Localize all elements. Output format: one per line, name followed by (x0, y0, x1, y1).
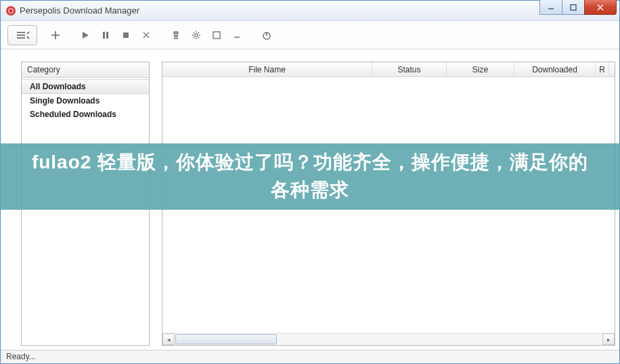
scroll-left-button[interactable]: ◂ (162, 334, 175, 345)
cancel-button[interactable] (136, 25, 156, 45)
stop-button[interactable] (116, 25, 136, 45)
promo-overlay: fulao2 轻量版，你体验过了吗？功能齐全，操作便捷，满足你的各种需求 (0, 143, 620, 210)
sidebar-item-0[interactable]: All Downloads (22, 79, 149, 94)
play-icon (81, 30, 90, 40)
power-icon (261, 30, 272, 41)
svg-rect-1 (103, 32, 105, 39)
svg-rect-2 (106, 32, 108, 39)
pause-button[interactable] (95, 25, 116, 45)
svg-rect-0 (571, 5, 576, 10)
window-title: Persepolis Download Manager (20, 5, 540, 16)
scroll-right-button[interactable]: ▸ (602, 334, 615, 345)
column-header-1[interactable]: Status (372, 62, 447, 76)
sidebar-item-1[interactable]: Single Downloads (22, 94, 149, 108)
close-icon (596, 3, 605, 12)
dash-icon (232, 30, 242, 40)
toolbar (1, 21, 619, 49)
trash-icon (171, 30, 181, 40)
maximize-icon (569, 3, 577, 12)
sidebar-header: Category (22, 62, 149, 78)
horizontal-scrollbar[interactable]: ◂ ▸ (162, 333, 615, 345)
title-bar[interactable]: Persepolis Download Manager (1, 1, 619, 21)
minimize-icon (547, 3, 555, 12)
column-header-3[interactable]: Downloaded (514, 62, 596, 76)
status-text: Ready... (6, 352, 36, 361)
window-buttons (540, 1, 619, 20)
app-icon (6, 6, 16, 16)
status-bar: Ready... (1, 350, 619, 363)
sidebar-item-2[interactable]: Scheduled Downloads (22, 108, 149, 121)
add-download-button[interactable] (45, 25, 66, 45)
svg-rect-3 (123, 32, 129, 38)
expand-button[interactable] (206, 25, 227, 45)
column-header-4[interactable]: R (596, 62, 609, 76)
svg-point-4 (195, 33, 198, 36)
x-icon (141, 30, 151, 40)
resume-button[interactable] (75, 25, 95, 45)
delete-button[interactable] (166, 25, 186, 45)
table-header: File NameStatusSizeDownloadedR (162, 62, 615, 77)
minimize-window-button[interactable] (539, 0, 562, 15)
expand-icon (212, 30, 221, 40)
gear-icon (191, 30, 202, 41)
power-button[interactable] (257, 25, 277, 45)
menu-button[interactable] (7, 25, 37, 45)
minimize-tray-button[interactable] (227, 25, 247, 45)
pause-icon (101, 30, 110, 40)
column-header-2[interactable]: Size (447, 62, 514, 76)
menu-icon (15, 30, 30, 40)
sidebar-list: All DownloadsSingle DownloadsScheduled D… (22, 78, 149, 122)
plus-icon (50, 30, 61, 41)
settings-button[interactable] (186, 25, 206, 45)
close-window-button[interactable] (584, 0, 617, 15)
stop-icon (121, 30, 131, 40)
promo-text: fulao2 轻量版，你体验过了吗？功能齐全，操作便捷，满足你的各种需求 (27, 149, 593, 204)
column-header-0[interactable]: File Name (162, 62, 372, 76)
scroll-thumb[interactable] (175, 334, 277, 344)
svg-rect-5 (213, 32, 220, 39)
maximize-window-button[interactable] (562, 0, 585, 15)
